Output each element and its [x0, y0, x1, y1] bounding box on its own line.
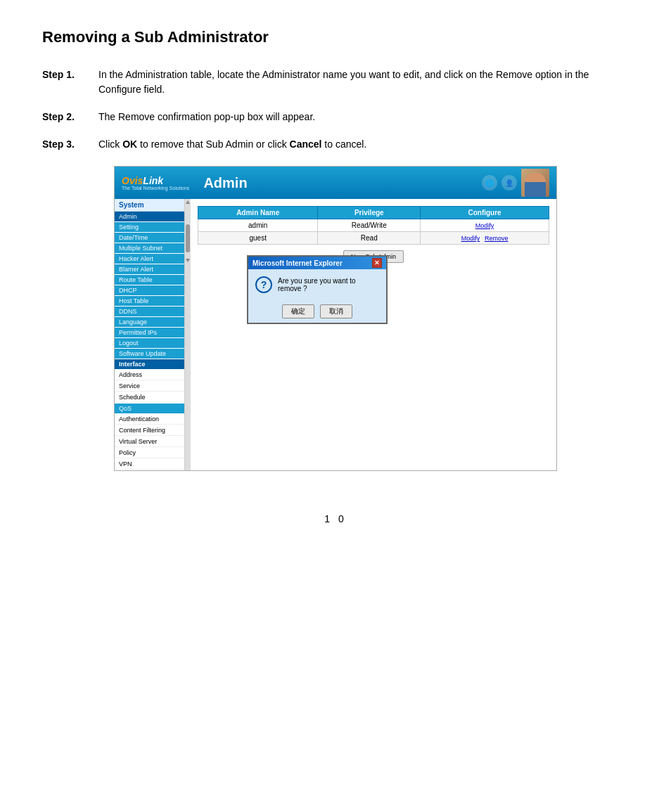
sidebar-item-blamer-alert[interactable]: Blamer Alert: [115, 264, 184, 274]
sidebar-item-setting[interactable]: Setting: [115, 222, 184, 232]
sidebar-item-language[interactable]: Language: [115, 317, 184, 327]
popup-ok-button[interactable]: 确定: [282, 304, 314, 318]
popup-box: Microsoft Internet Explorer ✕ ? Are you …: [247, 255, 388, 324]
sidebar-item-content-filtering[interactable]: Content Filtering: [115, 425, 184, 436]
sidebar-item-datetime[interactable]: Date/Time: [115, 233, 184, 243]
step-3-text: Click OK to remove that Sub Admin or cli…: [98, 137, 629, 152]
globe-icon: 🌐: [482, 175, 497, 191]
configure-cell: Modify: [421, 219, 549, 232]
guest-configure-cell: Modify Remove: [421, 232, 549, 245]
sidebar-item-qos[interactable]: QoS: [115, 404, 184, 413]
guest-privilege-cell: Read: [318, 232, 421, 245]
sidebar-item-authentication[interactable]: Authentication: [115, 414, 184, 425]
sidebar-item-admin[interactable]: Admin: [115, 212, 184, 221]
header-icons: 🌐 👤: [482, 169, 549, 197]
step-1-text: In the Administration table, locate the …: [98, 67, 629, 97]
sidebar-item-dhcp[interactable]: DHCP: [115, 285, 184, 295]
popup-cancel-button[interactable]: 取消: [320, 304, 352, 318]
popup-title: Microsoft Internet Explorer: [253, 259, 343, 267]
modify-link-guest[interactable]: Modify: [461, 235, 480, 242]
router-logo: OvisLink The Total Networking Solutions: [122, 176, 189, 191]
popup-close-button[interactable]: ✕: [372, 258, 382, 268]
router-content: Admin Name Privilege Configure admin Rea…: [191, 199, 556, 470]
step-1-label: Step 1.: [42, 67, 98, 97]
admin-table: Admin Name Privilege Configure admin Rea…: [198, 206, 549, 245]
table-row: guest Read Modify Remove: [198, 232, 549, 245]
step-3: Step 3. Click OK to remove that Sub Admi…: [42, 137, 629, 152]
sidebar-item-route-table[interactable]: Route Table: [115, 275, 184, 285]
sidebar-item-schedule[interactable]: Schedule: [115, 392, 184, 403]
col-admin-name: Admin Name: [198, 207, 318, 219]
popup-title-bar: Microsoft Internet Explorer ✕: [248, 257, 386, 269]
router-header: OvisLink The Total Networking Solutions …: [115, 167, 556, 199]
sidebar-scrollbar[interactable]: [185, 199, 191, 470]
router-page-title: Admin: [203, 175, 482, 191]
sidebar-item-interface[interactable]: Interface: [115, 359, 184, 369]
sidebar-system-header: System: [115, 199, 184, 212]
step-2-text: The Remove confirmation pop-up box will …: [98, 110, 629, 124]
col-privilege: Privilege: [318, 207, 421, 219]
sidebar-item-permitted-ips[interactable]: Permitted IPs: [115, 328, 184, 337]
page-title: Removing a Sub Administrator: [42, 28, 629, 46]
popup-question-icon: ?: [255, 276, 272, 293]
sidebar-item-host-table[interactable]: Host Table: [115, 296, 184, 306]
page-number: 1 0: [42, 513, 629, 524]
router-sidebar: System Admin Setting Date/Time Multiple …: [115, 199, 185, 470]
router-body: System Admin Setting Date/Time Multiple …: [115, 199, 556, 470]
sidebar-item-policy[interactable]: Policy: [115, 448, 184, 458]
sidebar-item-software-update[interactable]: Software Update: [115, 349, 184, 359]
sidebar-item-address[interactable]: Address: [115, 370, 184, 380]
privilege-cell: Read/Write: [318, 219, 421, 232]
col-configure: Configure: [421, 207, 549, 219]
sidebar-item-service[interactable]: Service: [115, 381, 184, 392]
popup-buttons: 确定 取消: [248, 300, 386, 323]
table-row: admin Read/Write Modify: [198, 219, 549, 232]
sidebar-item-vpn[interactable]: VPN: [115, 459, 184, 470]
step-1: Step 1. In the Administration table, loc…: [42, 67, 629, 97]
cancel-keyword: Cancel: [290, 138, 322, 150]
sidebar-item-multiple-subnet[interactable]: Multiple Subnet: [115, 243, 184, 253]
step-3-label: Step 3.: [42, 137, 98, 152]
remove-link-guest[interactable]: Remove: [485, 235, 509, 242]
sidebar-item-hacker-alert[interactable]: Hacker Alert: [115, 254, 184, 264]
admin-name-cell: admin: [198, 219, 318, 232]
logo-tagline: The Total Networking Solutions: [122, 186, 189, 191]
step-2-label: Step 2.: [42, 110, 98, 124]
popup-body: ? Are you sure you want to remove ?: [248, 269, 386, 300]
sidebar-item-logout[interactable]: Logout: [115, 338, 184, 348]
logo-brand: OvisLink: [122, 176, 189, 186]
router-ui-screenshot: OvisLink The Total Networking Solutions …: [114, 166, 557, 471]
sidebar-container: System Admin Setting Date/Time Multiple …: [115, 199, 191, 470]
sidebar-item-virtual-server[interactable]: Virtual Server: [115, 437, 184, 447]
step-3-mid: to remove that Sub Admin or click: [137, 138, 289, 150]
step-3-after: to cancel.: [321, 138, 366, 150]
guest-name-cell: guest: [198, 232, 318, 245]
ok-keyword: OK: [122, 138, 137, 150]
step-2: Step 2. The Remove confirmation pop-up b…: [42, 110, 629, 124]
modify-link-admin[interactable]: Modify: [475, 222, 494, 229]
sidebar-item-ddns[interactable]: DDNS: [115, 307, 184, 316]
popup-message: Are you sure you want to remove ?: [278, 277, 379, 292]
header-photo: [521, 169, 549, 197]
people-icon: 👤: [501, 175, 517, 191]
confirm-popup: Microsoft Internet Explorer ✕ ? Are you …: [247, 255, 388, 324]
